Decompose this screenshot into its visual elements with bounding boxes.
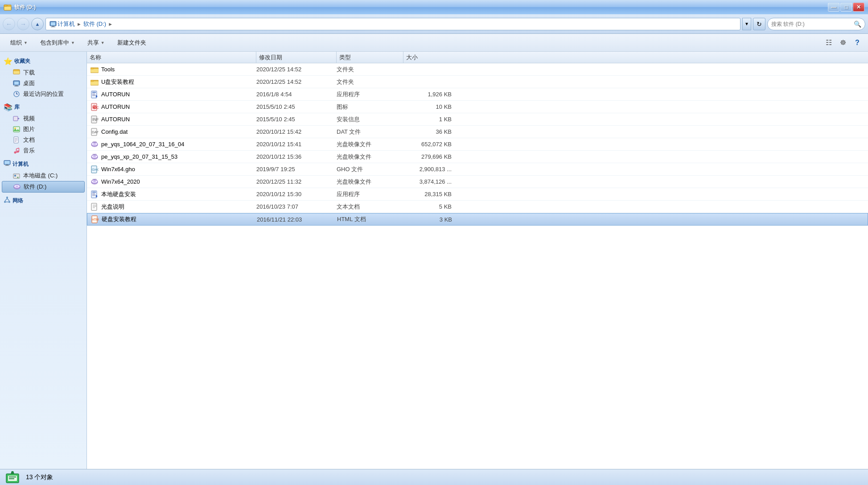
file-date-cell: 2020/12/25 11:32 [256,178,337,185]
table-row[interactable]: GHO Win7x64.gho 2019/9/7 19:25 GHO 文件 2,… [87,163,868,176]
recent-icon [12,90,21,98]
svg-rect-31 [4,161,10,164]
sidebar-item-desktop[interactable]: 桌面 [2,78,85,89]
svg-point-40 [16,186,18,187]
svg-rect-95 [9,477,16,477]
table-row[interactable]: DAT Config.dat 2020/10/12 15:42 DAT 文件 3… [87,126,868,138]
svg-rect-1 [4,6,11,10]
sidebar-item-pictures[interactable]: 图片 [2,124,85,135]
include-library-button[interactable]: 包含到库中 ▼ [34,36,81,50]
recent-label: 最近访问的位置 [23,90,64,98]
col-header-type[interactable]: 类型 [337,52,403,63]
close-button[interactable]: ✕ [853,3,864,12]
file-type-icon: DAT [91,128,99,136]
svg-rect-84 [92,193,95,194]
refresh-button[interactable]: ↻ [753,18,765,30]
file-type-cell: DAT 文件 [337,128,403,136]
svg-text:ICO: ICO [93,106,99,110]
sidebar-item-music[interactable]: 音乐 [2,145,85,156]
file-name-label: Tools [101,66,115,73]
sidebar-item-downloads[interactable]: 下载 [2,67,85,78]
help-button[interactable]: ? [851,37,864,49]
window-controls: — □ ✕ [828,3,864,12]
computer-label: 计算机 [12,160,29,168]
sidebar-item-software-d[interactable]: 软件 (D:) [2,181,85,193]
favorites-label: 收藏夹 [14,58,30,65]
table-row[interactable]: Tools 2020/12/25 14:52 文件夹 [87,63,868,76]
svg-rect-16 [13,116,18,121]
search-box[interactable]: 🔍 [767,18,865,30]
new-folder-button[interactable]: 新建文件夹 [111,36,152,50]
file-size-cell: 1 KB [403,116,457,123]
search-input[interactable] [771,21,852,27]
file-size-cell: 3 KB [404,216,457,223]
back-button[interactable]: ← [3,18,15,30]
file-type-cell: 文件夹 [337,66,403,74]
view-options-button[interactable]: ☷ [823,37,835,49]
minimize-button[interactable]: — [828,3,839,12]
file-type-cell: 应用程序 [337,90,403,99]
file-type-icon [91,66,99,74]
forward-button[interactable]: → [17,18,29,30]
statusbar: 13 个对象 [0,469,868,485]
breadcrumb-drive[interactable]: 软件 (D:) [83,20,106,28]
breadcrumb-computer[interactable]: 计算机 [49,20,75,28]
table-row[interactable]: 本地硬盘安装 2020/10/12 15:30 应用程序 28,315 KB [87,188,868,201]
file-rows-container: Tools 2020/12/25 14:52 文件夹 U盘安装教程 2020/1… [87,63,868,226]
breadcrumb-computer-label[interactable]: 计算机 [58,20,75,28]
sidebar-item-documents[interactable]: 文档 [2,135,85,145]
sidebar-network-header[interactable]: 网络 [0,194,86,207]
file-name-cell: ICO AUTORUN [87,103,256,111]
library-label: 库 [14,103,20,111]
svg-text:ISO: ISO [93,141,97,144]
up-button[interactable]: ▲ [31,18,44,30]
file-date-cell: 2016/1/8 4:54 [256,91,337,98]
table-row[interactable]: ISO Win7x64_2020 2020/12/25 11:32 光盘映像文件… [87,176,868,188]
file-name-label: AUTORUN [101,103,130,110]
sidebar-item-recent[interactable]: 最近访问的位置 [2,89,85,99]
organize-button[interactable]: 组织 ▼ [4,36,33,50]
table-row[interactable]: ICO AUTORUN 2015/5/10 2:45 图标 10 KB [87,101,868,113]
address-dropdown-button[interactable]: ▼ [742,18,751,30]
table-row[interactable]: 光盘说明 2016/10/23 7:07 文本文档 5 KB [87,201,868,213]
sidebar-favorites-header[interactable]: ⭐ 收藏夹 [0,55,86,67]
status-count: 13 个对象 [26,473,53,481]
file-date-cell: 2016/11/21 22:03 [257,216,337,223]
file-type-icon [91,78,99,86]
file-date-cell: 2020/10/12 15:42 [256,128,337,135]
table-row[interactable]: ISO pe_yqs_xp_20_07_31_15_53 2020/10/12 … [87,151,868,163]
search-icon[interactable]: 🔍 [854,21,861,28]
col-header-name[interactable]: 名称 [87,52,256,63]
file-name-label: 本地硬盘安装 [101,190,136,198]
share-button[interactable]: 共享 ▼ [82,36,111,50]
table-row[interactable]: ISO pe_yqs_1064_20_07_31_16_04 2020/10/1… [87,138,868,151]
table-row[interactable]: AUTORUN 2016/1/8 4:54 应用程序 1,926 KB [87,88,868,101]
col-header-date[interactable]: 修改日期 [256,52,337,63]
sidebar-computer-header[interactable]: 计算机 [0,158,86,170]
sidebar-item-local-c[interactable]: 本地磁盘 (C:) [2,170,85,181]
sidebar-item-videos[interactable]: 视频 [2,113,85,124]
file-type-cell: GHO 文件 [337,165,403,173]
svg-text:GHO: GHO [92,168,99,172]
file-list-header: 名称 修改日期 类型 大小 [87,52,868,63]
desktop-label: 桌面 [23,79,35,87]
col-header-size[interactable]: 大小 [403,52,457,63]
file-name-label: pe_yqs_1064_20_07_31_16_04 [101,141,185,148]
file-type-cell: 光盘映像文件 [337,178,403,186]
file-date-cell: 2020/10/12 15:36 [256,153,337,160]
file-type-icon: ISO [91,153,99,161]
table-row[interactable]: HTML 硬盘安装教程 2016/11/21 22:03 HTML 文档 3 K… [87,213,868,226]
view-toggle-button[interactable]: ☸ [837,37,849,49]
music-icon [12,147,21,155]
file-type-cell: 文本文档 [337,203,403,211]
sidebar-library-header[interactable]: 📚 库 [0,101,86,113]
software-d-label: 软件 (D:) [24,183,46,191]
file-name-cell: U盘安装教程 [87,78,256,86]
table-row[interactable]: U盘安装教程 2020/12/25 14:52 文件夹 [87,76,868,88]
svg-point-36 [17,177,19,178]
svg-marker-97 [11,471,14,474]
table-row[interactable]: INF AUTORUN 2015/5/10 2:45 安装信息 1 KB [87,113,868,126]
file-type-cell: 光盘映像文件 [337,153,403,161]
svg-text:DAT: DAT [92,130,99,134]
maximize-button[interactable]: □ [840,3,852,12]
